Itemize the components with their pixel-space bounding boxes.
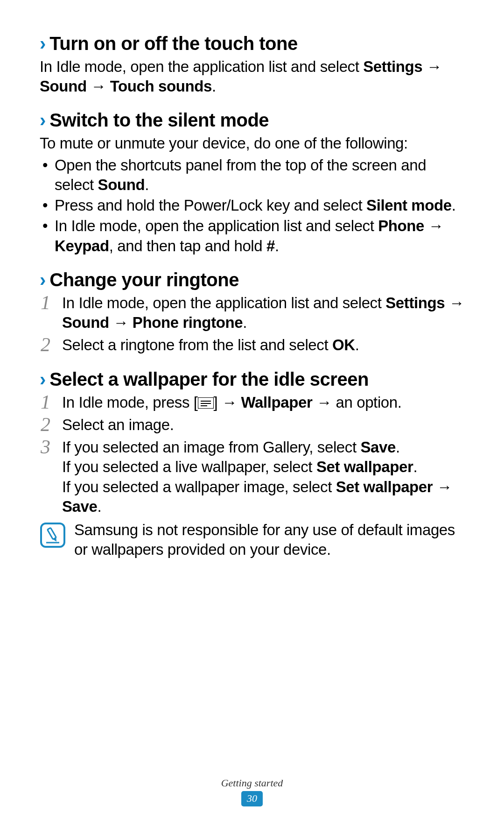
- arrow-icon: →: [424, 217, 443, 234]
- section-silent-mode: › Switch to the silent mode To mute or u…: [40, 109, 467, 255]
- arrow-icon: →: [109, 314, 133, 331]
- bold-silent-mode: Silent mode: [366, 197, 452, 214]
- list-item: Select a ringtone from the list and sele…: [40, 335, 467, 355]
- arrow-icon: →: [433, 478, 452, 495]
- text: .: [413, 458, 417, 475]
- bold-sound: Sound: [40, 78, 87, 95]
- heading: › Change your ringtone: [40, 269, 467, 290]
- bold-sound: Sound: [98, 176, 145, 193]
- text: → an option.: [312, 394, 401, 411]
- page: › Turn on or off the touch tone In Idle …: [0, 0, 504, 827]
- text: .: [355, 336, 359, 353]
- heading-text: Change your ringtone: [49, 269, 239, 290]
- text: .: [145, 176, 149, 193]
- text: In Idle mode, open the application list …: [55, 217, 378, 234]
- text: In Idle mode, open the application list …: [40, 58, 363, 75]
- section-wallpaper: › Select a wallpaper for the idle screen…: [40, 368, 467, 560]
- text: .: [275, 237, 279, 254]
- arrow-icon: →: [87, 78, 110, 95]
- heading: › Select a wallpaper for the idle screen: [40, 368, 467, 390]
- arrow-icon: →: [422, 58, 441, 75]
- list-item: Press and hold the Power/Lock key and se…: [40, 196, 467, 215]
- bold-phone: Phone: [378, 217, 424, 234]
- list-item: In Idle mode, open the application list …: [40, 293, 467, 332]
- heading: › Turn on or off the touch tone: [40, 33, 467, 54]
- chevron-icon: ›: [40, 270, 46, 289]
- note-icon: [40, 522, 66, 548]
- section-touch-tone: › Turn on or off the touch tone In Idle …: [40, 33, 467, 96]
- list-item: In Idle mode, press [ ] → Wallpaper → an…: [40, 393, 467, 412]
- list-item: Select an image.: [40, 415, 467, 435]
- bold-keypad: Keypad: [55, 237, 109, 254]
- footer: Getting started 30: [0, 777, 504, 806]
- chevron-icon: ›: [40, 111, 46, 129]
- text: .: [243, 314, 247, 331]
- paragraph: To mute or unmute your device, do one of…: [40, 134, 467, 153]
- note-text: Samsung is not responsible for any use o…: [74, 520, 467, 559]
- chevron-icon: ›: [40, 370, 46, 389]
- list-item: If you selected an image from Gallery, s…: [40, 438, 467, 516]
- text: , and then tap and hold: [109, 237, 266, 254]
- numbered-list: In Idle mode, open the application list …: [40, 293, 467, 355]
- bullet-list: Open the shortcuts panel from the top of…: [40, 156, 467, 256]
- bold-save: Save: [360, 438, 395, 456]
- text: In Idle mode, press [: [62, 394, 198, 411]
- text: Select a ringtone from the list and sele…: [62, 336, 332, 353]
- bold-sound: Sound: [62, 314, 109, 331]
- note: Samsung is not responsible for any use o…: [40, 520, 467, 559]
- menu-icon: [198, 397, 214, 409]
- text: .: [452, 197, 456, 214]
- heading-text: Select a wallpaper for the idle screen: [49, 368, 369, 390]
- chevron-icon: ›: [40, 34, 46, 53]
- page-number: 30: [241, 791, 263, 806]
- footer-section: Getting started: [0, 777, 504, 789]
- text: If you selected an image from Gallery, s…: [62, 438, 360, 456]
- bold-settings: Settings: [363, 58, 422, 75]
- bold-set-wallpaper: Set wallpaper: [336, 478, 433, 495]
- paragraph: In Idle mode, open the application list …: [40, 57, 467, 96]
- section-ringtone: › Change your ringtone In Idle mode, ope…: [40, 269, 467, 355]
- bold-settings: Settings: [385, 294, 445, 311]
- text: .: [396, 438, 400, 456]
- text: If you selected a live wallpaper, select: [62, 458, 316, 475]
- heading-text: Turn on or off the touch tone: [49, 33, 297, 54]
- bold-ok: OK: [332, 336, 355, 353]
- text: ] →: [214, 394, 241, 411]
- text: Press and hold the Power/Lock key and se…: [55, 197, 366, 214]
- list-item: Open the shortcuts panel from the top of…: [40, 156, 467, 195]
- bold-wallpaper: Wallpaper: [241, 394, 313, 411]
- text: .: [212, 78, 216, 95]
- bold-touch-sounds: Touch sounds: [110, 78, 212, 95]
- svg-rect-5: [48, 528, 56, 539]
- bold-save: Save: [62, 498, 97, 515]
- list-item: In Idle mode, open the application list …: [40, 216, 467, 255]
- text: .: [97, 498, 101, 515]
- bold-hash: #: [266, 237, 275, 254]
- heading-text: Switch to the silent mode: [49, 109, 269, 131]
- text: If you selected a wallpaper image, selec…: [62, 478, 336, 495]
- bold-phone-ringtone: Phone ringtone: [133, 314, 243, 331]
- heading: › Switch to the silent mode: [40, 109, 467, 131]
- text: Select an image.: [62, 416, 174, 433]
- arrow-icon: →: [449, 294, 464, 311]
- text: In Idle mode, open the application list …: [62, 294, 385, 311]
- numbered-list: In Idle mode, press [ ] → Wallpaper → an…: [40, 393, 467, 516]
- bold-set-wallpaper: Set wallpaper: [316, 458, 413, 475]
